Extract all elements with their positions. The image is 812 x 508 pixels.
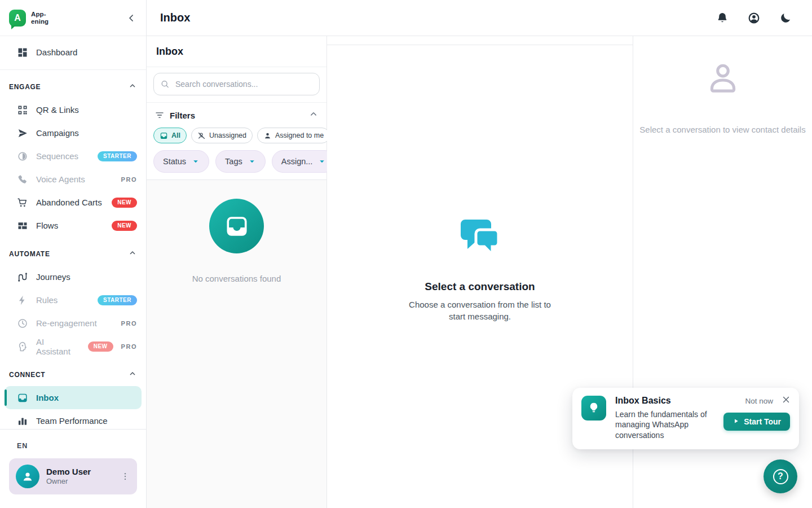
sidebar-item-rules[interactable]: RulesSTARTER — [0, 288, 146, 312]
sidebar: A App- ening DashboardENGAGEQR & LinksCa… — [0, 0, 147, 508]
inbox-icon — [160, 132, 168, 140]
tour-card-body: Learn the fundamentals of managing Whats… — [615, 409, 714, 440]
chevron-left-icon — [126, 12, 137, 24]
chat-bubbles-icon — [456, 214, 504, 264]
sidebar-item-label: QR & Links — [36, 105, 79, 115]
tour-card-content: Inbox Basics Learn the fundamentals of m… — [615, 396, 714, 440]
topbar-actions — [715, 11, 793, 25]
brand-logo: A App- ening — [9, 10, 48, 27]
sidebar-item-flows[interactable]: FlowsNEW — [0, 214, 146, 237]
filter-chips: AllUnassignedAssigned to me — [153, 128, 320, 143]
search-input[interactable] — [153, 73, 320, 95]
caret-down-icon — [248, 157, 256, 165]
sequences-icon — [17, 151, 28, 162]
conversation-list-panel: Inbox Filters — [147, 36, 327, 508]
account-circle-button[interactable] — [747, 11, 761, 25]
sidebar-item-label: Sequences — [36, 151, 78, 161]
sidebar-item-label: Journeys — [36, 272, 70, 282]
journeys-icon — [17, 271, 28, 283]
sidebar-header: A App- ening — [0, 0, 146, 36]
sidebar-item-label: Abandoned Carts — [36, 198, 102, 207]
brand-name-line1: App- — [31, 11, 48, 17]
user-menu-button[interactable] — [119, 470, 131, 483]
section-header-connect: CONNECT — [0, 358, 146, 386]
user-role: Owner — [46, 477, 91, 486]
sidebar-item-journeys[interactable]: Journeys — [0, 265, 146, 288]
not-now-button[interactable]: Not now — [745, 397, 773, 405]
sidebar-collapse-button[interactable] — [125, 11, 138, 25]
sidebar-item-label: Dashboard — [36, 47, 77, 57]
user-meta: Demo User Owner — [46, 467, 91, 487]
clock-icon — [17, 318, 28, 329]
filter-icon — [155, 110, 165, 120]
filters-collapse-chevron-icon[interactable] — [308, 109, 319, 121]
user-card[interactable]: Demo User Owner — [9, 458, 137, 494]
badge-starter: STARTER — [98, 151, 137, 161]
brand-name: App- ening — [31, 11, 48, 25]
filter-chip-unassigned[interactable]: Unassigned — [191, 128, 253, 143]
dark-mode-moon-button[interactable] — [778, 11, 793, 25]
qr-code-icon — [17, 104, 28, 116]
section-header-engage: ENGAGE — [0, 70, 146, 98]
ellipsis-vertical-icon — [120, 471, 130, 481]
tour-card-title: Inbox Basics — [615, 396, 714, 406]
sidebar-item-label: Re-engagement — [36, 318, 97, 328]
start-tour-label: Start Tour — [744, 417, 781, 426]
user-avatar — [16, 465, 39, 488]
sidebar-item-voice-agents[interactable]: Voice AgentsPRO — [0, 168, 146, 191]
sidebar-item-label: Voice Agents — [36, 174, 85, 184]
filter-chip-assigned-to-me[interactable]: Assigned to me — [257, 128, 330, 143]
close-icon — [781, 395, 791, 405]
item-trailing: NEW — [112, 221, 137, 231]
contact-empty-text: Select a conversation to view contact de… — [639, 123, 805, 136]
filter-dropdown-status[interactable]: Status — [153, 150, 209, 173]
person-icon — [263, 132, 272, 140]
chat-empty-subtitle: Choose a conversation from the list to s… — [404, 299, 556, 323]
bar-chart-icon — [17, 415, 28, 427]
app-root: A App- ening DashboardENGAGEQR & LinksCa… — [0, 0, 812, 508]
dark-mode-moon-icon — [779, 12, 792, 24]
filter-dropdown-tags[interactable]: Tags — [215, 150, 266, 173]
filter-dropdown-assign[interactable]: Assign... — [272, 150, 336, 173]
dropdown-label: Tags — [225, 157, 242, 166]
sidebar-item-sequences[interactable]: SequencesSTARTER — [0, 144, 146, 168]
section-label: ENGAGE — [9, 83, 41, 91]
filters-label: Filters — [170, 111, 195, 120]
sidebar-item-ai-assistant[interactable]: AI AssistantNEWPRO — [0, 335, 146, 358]
tour-close-button[interactable] — [780, 393, 792, 406]
badge-new: NEW — [112, 198, 137, 208]
tier-label: PRO — [121, 320, 137, 327]
chevron-up-icon[interactable] — [128, 81, 137, 93]
conversation-list-title: Inbox — [147, 36, 326, 67]
dashboard-icon — [17, 47, 28, 58]
filters-header[interactable]: Filters — [153, 108, 320, 122]
filter-chip-all[interactable]: All — [153, 128, 187, 143]
badge-starter: STARTER — [98, 295, 137, 305]
search-section — [147, 67, 326, 103]
brand-logo-icon: A — [9, 10, 26, 27]
empty-list-text: No conversations found — [192, 274, 281, 283]
lightning-icon — [17, 295, 28, 306]
chevron-up-icon[interactable] — [128, 248, 137, 260]
section-label: CONNECT — [9, 371, 45, 379]
item-trailing: STARTER — [98, 151, 137, 161]
sidebar-item-inbox[interactable]: Inbox — [5, 386, 142, 409]
lightbulb-icon — [581, 396, 606, 421]
inbox-icon — [17, 392, 28, 404]
sidebar-item-qr-links[interactable]: QR & Links — [0, 98, 146, 121]
item-trailing: PRO — [121, 176, 137, 183]
sidebar-item-re-engagement[interactable]: Re-engagementPRO — [0, 312, 146, 335]
language-selector[interactable]: EN — [0, 430, 28, 450]
notifications-bell-button[interactable] — [715, 11, 730, 25]
notifications-bell-icon — [716, 12, 729, 24]
sidebar-item-abandoned-carts[interactable]: Abandoned CartsNEW — [0, 191, 146, 214]
page-title: Inbox — [160, 11, 190, 24]
sidebar-item-dashboard[interactable]: Dashboard — [0, 41, 146, 64]
item-trailing: STARTER — [98, 295, 137, 305]
ai-assistant-icon — [17, 341, 28, 352]
sidebar-item-campaigns[interactable]: Campaigns — [0, 121, 146, 144]
start-tour-button[interactable]: Start Tour — [723, 413, 790, 431]
chevron-up-icon[interactable] — [128, 369, 137, 380]
help-button[interactable]: ? — [764, 459, 797, 493]
chip-label: Unassigned — [209, 132, 246, 139]
